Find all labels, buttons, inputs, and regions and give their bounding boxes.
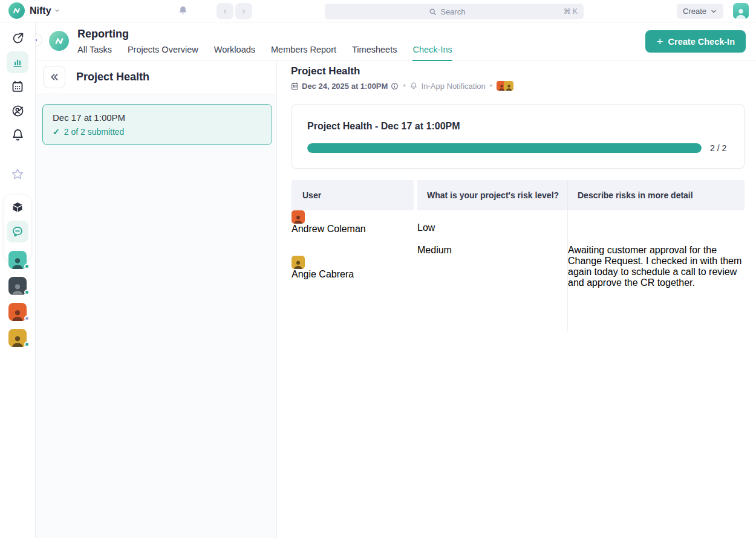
search-shortcut-hint: ⌘ K	[564, 7, 578, 16]
responses-table: User What is your project's risk level? …	[292, 180, 745, 331]
search-input[interactable]: Search ⌘ K	[325, 4, 584, 19]
user-name: Angie Cabrera	[292, 269, 354, 279]
table-row[interactable]: Angie Cabrera Medium Awaiting customer a…	[292, 245, 745, 331]
create-menu-button[interactable]: Create	[677, 4, 723, 19]
plus-icon: +	[656, 36, 663, 47]
separator-dot: •	[490, 82, 492, 90]
submission-progress: 2 / 2	[307, 143, 731, 153]
separator-dot: •	[403, 82, 405, 90]
my-work-icon[interactable]	[7, 100, 28, 122]
tab-members-report[interactable]: Members Report	[271, 45, 336, 61]
check-in-panel-header: Project Health	[36, 60, 276, 94]
projects-icon[interactable]	[7, 196, 28, 218]
app-rail	[0, 22, 36, 538]
history-back-button[interactable]	[217, 3, 233, 19]
reporting-icon[interactable]	[7, 51, 28, 73]
current-user-avatar[interactable]	[733, 3, 749, 19]
detail-title: Project Health	[291, 65, 360, 77]
calendar-icon	[291, 82, 299, 90]
notifications-bell-icon[interactable]	[178, 5, 188, 16]
tab-timesheets[interactable]: Timesheets	[352, 45, 397, 61]
detail-meta-row: Dec 24, 2025 at 1:00PM • In-App Notifica…	[291, 81, 513, 91]
check-in-occurrence-card[interactable]: Dec 17 at 1:00PM ✓ 2 of 2 submitted	[42, 104, 272, 145]
reporting-module-icon	[49, 31, 69, 51]
discover-icon[interactable]	[7, 27, 28, 49]
user-name: Andrew Coleman	[292, 224, 366, 234]
tab-workloads[interactable]: Workloads	[214, 45, 255, 61]
check-in-name-title: Project Health	[76, 71, 149, 83]
search-icon	[429, 8, 437, 16]
avatar-andrew	[292, 210, 305, 224]
column-header-detail: Describe risks in more detail	[568, 180, 745, 210]
chevron-down-icon	[54, 7, 60, 14]
status-dot-online	[24, 342, 30, 347]
column-header-risk: What is your project's risk level?	[417, 180, 568, 210]
history-forward-button[interactable]	[235, 3, 252, 19]
chevron-down-icon	[710, 8, 717, 15]
page-title: Reporting	[77, 28, 129, 41]
notification-type: In-App Notification	[422, 82, 486, 91]
workspace-name: Nifty	[30, 5, 60, 16]
notifications-icon[interactable]	[7, 124, 28, 146]
tab-check-ins[interactable]: Check-Ins	[412, 45, 452, 61]
user-cell: Angie Cabrera	[292, 245, 414, 331]
search-placeholder: Search	[440, 7, 465, 16]
tab-all-tasks[interactable]: All Tasks	[77, 45, 112, 61]
detail-cell	[568, 210, 745, 245]
create-check-in-button[interactable]: + Create Check-In	[645, 30, 746, 53]
notification-bell-icon	[410, 82, 417, 89]
progress-track	[307, 143, 702, 153]
next-occurrence: Dec 24, 2025 at 1:00PM	[291, 82, 399, 91]
calendar-icon[interactable]	[7, 76, 28, 97]
check-in-detail: Project Health Dec 24, 2025 at 1:00PM • …	[278, 60, 756, 538]
risk-cell: Medium	[417, 245, 568, 331]
participant-avatar-angie	[504, 81, 513, 91]
avatar-angie	[292, 256, 305, 269]
progress-fill	[307, 143, 702, 153]
risk-cell: Low	[417, 210, 568, 245]
chat-icon[interactable]	[7, 221, 28, 242]
tab-projects-overview[interactable]: Projects Overview	[128, 45, 198, 61]
table-header-row: User What is your project's risk level? …	[292, 180, 745, 210]
workspace-switcher[interactable]: Nifty	[8, 2, 60, 19]
double-chevron-left-icon	[49, 72, 59, 82]
favorites-icon[interactable]	[7, 163, 28, 185]
occurrence-date: Dec 17 at 1:00PM	[53, 112, 262, 123]
status-dot-online	[24, 264, 30, 269]
table-row[interactable]: Andrew Coleman Low	[292, 210, 745, 245]
nifty-logo-icon	[8, 2, 25, 19]
check-icon: ✓	[53, 127, 60, 137]
occurrence-status: ✓ 2 of 2 submitted	[53, 127, 262, 137]
collapse-back-button[interactable]	[43, 66, 65, 88]
summary-title: Project Health - Dec 17 at 1:00PM	[307, 121, 460, 132]
detail-cell: Awaiting customer approval for the Chang…	[568, 245, 745, 331]
check-in-list-panel: Project Health Dec 17 at 1:00PM ✓ 2 of 2…	[36, 60, 277, 538]
participant-avatars[interactable]	[497, 81, 513, 91]
column-header-user: User	[292, 180, 414, 210]
submission-summary-card: Project Health - Dec 17 at 1:00PM 2 / 2	[292, 104, 745, 169]
status-dot-online	[24, 290, 30, 295]
top-bar: Nifty Search ⌘ K Create	[0, 0, 756, 22]
app-window: Nifty Search ⌘ K Create	[0, 0, 756, 538]
status-dot-away	[24, 316, 30, 321]
reporting-tabs: All Tasks Projects Overview Workloads Me…	[77, 45, 452, 61]
progress-count: 2 / 2	[710, 143, 726, 153]
user-cell: Andrew Coleman	[292, 210, 414, 245]
info-icon[interactable]	[391, 82, 399, 90]
page-header: Reporting All Tasks Projects Overview Wo…	[36, 22, 756, 60]
